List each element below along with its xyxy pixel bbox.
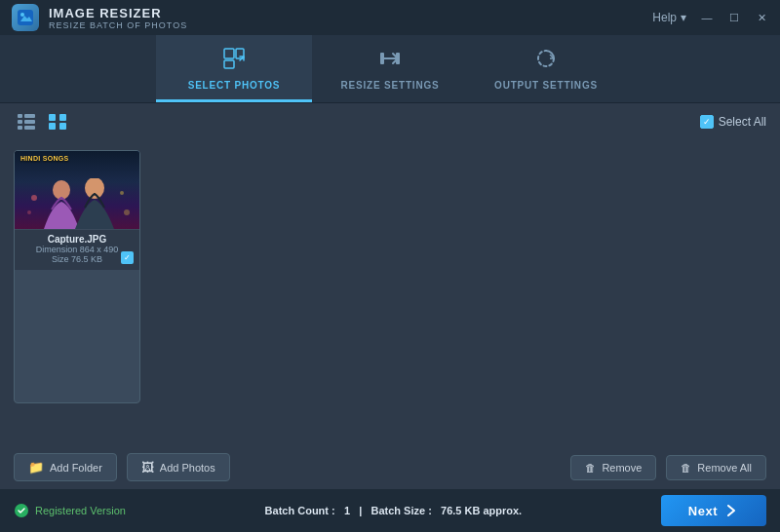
- toolbar: ✓ Select All: [0, 103, 780, 140]
- tab-output-settings-label: OUTPUT SETTINGS: [494, 80, 598, 91]
- remove-icon: 🗑: [585, 462, 596, 474]
- folder-icon: 📁: [28, 460, 44, 475]
- svg-rect-8: [24, 114, 35, 118]
- svg-rect-6: [396, 53, 400, 64]
- close-button[interactable]: ✕: [755, 11, 768, 24]
- svg-rect-7: [18, 114, 22, 118]
- svg-rect-14: [59, 114, 66, 121]
- batch-count-label: Batch Count :: [265, 505, 335, 516]
- chevron-down-icon: ▾: [681, 11, 686, 24]
- app-icon: [12, 4, 39, 31]
- select-all-checkbox[interactable]: ✓: [700, 115, 714, 129]
- tab-resize-settings[interactable]: RESIZE SETTINGS: [312, 35, 468, 102]
- batch-size-label: Batch Size :: [370, 505, 431, 516]
- app-title: IMAGE RESIZER: [49, 6, 187, 20]
- remove-all-button[interactable]: 🗑 Remove All: [666, 455, 766, 480]
- next-label: Next: [688, 504, 718, 518]
- batch-info: Batch Count : 1 | Batch Size : 76.5 KB a…: [265, 505, 523, 516]
- svg-rect-9: [18, 120, 22, 124]
- svg-rect-2: [224, 49, 234, 58]
- view-toggles: [14, 111, 70, 133]
- registered-icon: [14, 503, 29, 518]
- batch-count-value: 1: [344, 505, 350, 516]
- photo-filename: Capture.JPG: [20, 234, 134, 245]
- svg-point-20: [120, 191, 124, 195]
- remove-button[interactable]: 🗑 Remove: [570, 455, 656, 480]
- svg-rect-15: [49, 123, 56, 130]
- action-right: 🗑 Remove 🗑 Remove All: [570, 455, 766, 480]
- add-photos-label: Add Photos: [160, 462, 215, 474]
- next-button[interactable]: Next: [661, 495, 766, 526]
- select-all-control[interactable]: ✓ Select All: [700, 115, 766, 129]
- action-left: 📁 Add Folder 🖼 Add Photos: [14, 453, 230, 481]
- svg-rect-11: [18, 126, 22, 130]
- minimize-button[interactable]: —: [700, 11, 714, 24]
- photo-select-checkbox[interactable]: ✓: [121, 251, 134, 264]
- resize-settings-icon: [376, 45, 404, 76]
- photo-thumbnail: HINDI SONGS: [15, 151, 139, 229]
- registered-status: Registered Version: [14, 503, 126, 518]
- photo-dimension: Dimension 864 x 490: [20, 245, 134, 254]
- batch-size-value: 76.5 KB approx.: [441, 505, 522, 516]
- titlebar-controls: Help ▾ — ☐ ✕: [652, 11, 768, 24]
- tab-select-photos-label: SELECT PHOTOS: [188, 80, 281, 91]
- add-folder-label: Add Folder: [50, 462, 102, 474]
- svg-rect-13: [49, 114, 56, 121]
- remove-all-label: Remove All: [697, 462, 752, 474]
- photo-add-icon: 🖼: [141, 460, 154, 475]
- photo-size: Size 76.5 KB: [20, 254, 134, 264]
- status-bar: Registered Version Batch Count : 1 | Bat…: [0, 489, 780, 532]
- svg-point-1: [20, 13, 24, 17]
- select-all-label: Select All: [719, 115, 766, 129]
- svg-point-18: [85, 178, 104, 199]
- next-arrow-icon: [723, 503, 739, 518]
- tab-resize-settings-label: RESIZE SETTINGS: [341, 80, 440, 91]
- action-bar: 📁 Add Folder 🖼 Add Photos 🗑 Remove 🗑 Rem…: [0, 445, 780, 489]
- svg-rect-10: [24, 120, 35, 124]
- titlebar-left: IMAGE RESIZER RESIZE BATCH OF PHOTOS: [12, 4, 187, 31]
- tab-output-settings[interactable]: OUTPUT SETTINGS: [468, 35, 624, 102]
- restore-button[interactable]: ☐: [727, 11, 741, 24]
- tab-navigation: SELECT PHOTOS RESIZE SETTINGS OUTPUT SET…: [0, 35, 780, 103]
- help-label: Help: [652, 11, 677, 24]
- select-photos-icon: [220, 45, 248, 76]
- photo-grid: HINDI SONGS: [0, 140, 780, 413]
- svg-rect-5: [380, 53, 384, 64]
- remove-all-icon: 🗑: [681, 462, 691, 474]
- svg-point-19: [31, 195, 37, 201]
- output-settings-icon: [532, 45, 560, 76]
- list-view-button[interactable]: [14, 111, 39, 133]
- svg-rect-12: [24, 126, 35, 130]
- app-subtitle: RESIZE BATCH OF PHOTOS: [49, 20, 187, 30]
- help-button[interactable]: Help ▾: [652, 11, 686, 24]
- titlebar: IMAGE RESIZER RESIZE BATCH OF PHOTOS Hel…: [0, 0, 780, 35]
- svg-rect-16: [59, 123, 66, 130]
- svg-rect-3: [224, 60, 234, 68]
- thumb-label: HINDI SONGS: [20, 155, 69, 162]
- app-title-block: IMAGE RESIZER RESIZE BATCH OF PHOTOS: [49, 6, 187, 30]
- photo-card[interactable]: HINDI SONGS: [14, 150, 140, 403]
- add-photos-button[interactable]: 🖼 Add Photos: [127, 453, 230, 481]
- remove-label: Remove: [602, 462, 642, 474]
- grid-view-button[interactable]: [45, 111, 70, 133]
- registered-label: Registered Version: [35, 505, 126, 516]
- photo-info: Capture.JPG Dimension 864 x 490 Size 76.…: [15, 229, 139, 270]
- svg-point-21: [27, 210, 31, 214]
- svg-point-22: [124, 209, 130, 215]
- add-folder-button[interactable]: 📁 Add Folder: [14, 453, 117, 481]
- tab-select-photos[interactable]: SELECT PHOTOS: [156, 35, 312, 102]
